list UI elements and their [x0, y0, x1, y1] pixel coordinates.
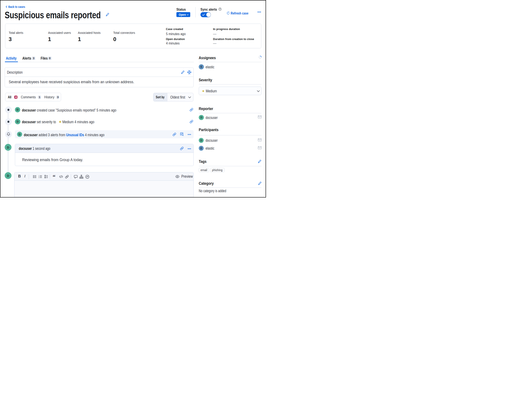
svg-text:?: ? — [219, 8, 221, 10]
svg-text:3: 3 — [39, 177, 39, 178]
